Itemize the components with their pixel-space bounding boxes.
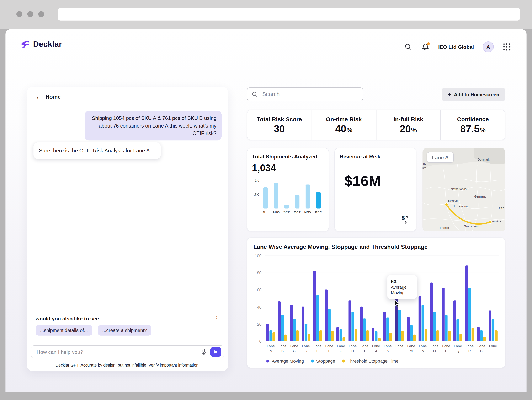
bar-threshold-stoppage-time bbox=[495, 330, 498, 341]
bar-stoppage bbox=[340, 329, 342, 341]
shipments-bar-jul bbox=[263, 187, 268, 208]
lane-group-r: LaneR bbox=[464, 256, 475, 353]
bar-average-moving bbox=[360, 306, 363, 341]
xtick-label: LaneJ bbox=[372, 344, 380, 353]
currency-transfer-icon: $ bbox=[398, 214, 411, 227]
bar-stoppage bbox=[270, 330, 272, 341]
suggestion-chip-1[interactable]: ...create a shipment? bbox=[98, 325, 152, 335]
map-label-luxembourg: Luxembourg bbox=[454, 205, 470, 208]
bar-stoppage bbox=[492, 319, 494, 341]
bar-average-moving bbox=[465, 265, 468, 341]
org-name[interactable]: IEO Ltd Global bbox=[438, 44, 474, 50]
stat-label: In-full Risk bbox=[394, 116, 423, 123]
xtick-label: LaneH bbox=[349, 344, 357, 353]
mini-bar-slot bbox=[313, 178, 324, 208]
tooltip-value: 63 bbox=[391, 279, 413, 284]
bar-average-moving bbox=[336, 327, 339, 341]
bar-threshold-stoppage-time bbox=[284, 335, 287, 341]
stat-value: 87.5% bbox=[460, 124, 485, 134]
lane-group-i: LaneI bbox=[359, 256, 370, 353]
bar-group bbox=[430, 256, 439, 341]
lane-chart-title: Lane Wise Average Moving, Stoppage and T… bbox=[253, 244, 499, 250]
bar-group bbox=[372, 256, 380, 341]
window-minimize-button[interactable] bbox=[27, 11, 33, 17]
tooltip-label: Average Moving bbox=[391, 285, 409, 295]
bar-stoppage bbox=[456, 319, 459, 341]
bar-threshold-stoppage-time bbox=[424, 329, 427, 341]
mini-chart-bars bbox=[260, 178, 324, 208]
lane-group-n: LaneN bbox=[417, 256, 429, 353]
bar-group bbox=[442, 256, 451, 341]
xtick-label: LaneI bbox=[360, 344, 368, 353]
browser-url-bar[interactable] bbox=[58, 8, 520, 21]
stat-value: 20% bbox=[400, 124, 417, 134]
bar-average-moving bbox=[442, 288, 444, 341]
send-button[interactable] bbox=[210, 347, 221, 357]
mini-chart-yaxis: 1K.5K bbox=[252, 178, 260, 208]
bar-threshold-stoppage-time bbox=[401, 331, 404, 341]
lane-chip: Lane A bbox=[427, 152, 454, 162]
bar-stoppage bbox=[328, 309, 331, 341]
chat-input[interactable] bbox=[36, 349, 199, 355]
window-maximize-button[interactable] bbox=[38, 11, 44, 17]
bar-average-moving bbox=[325, 289, 328, 341]
bar-threshold-stoppage-time bbox=[296, 330, 299, 341]
bar-stoppage bbox=[386, 317, 389, 341]
chart-tooltip: 63 Average Moving bbox=[387, 275, 417, 299]
ytick-100: 100 bbox=[255, 254, 262, 258]
bar-threshold-stoppage-time bbox=[366, 330, 369, 341]
stat-label: On-time Risk bbox=[326, 116, 362, 123]
xtick-label: LaneB bbox=[279, 344, 286, 353]
map-label-austria: Austria bbox=[492, 219, 501, 223]
suggestion-chip-0[interactable]: ...shipment details of... bbox=[36, 325, 92, 335]
microphone-icon[interactable] bbox=[199, 347, 208, 356]
bar-average-moving bbox=[278, 301, 281, 341]
stat-label: Total Risk Score bbox=[257, 116, 302, 123]
bar-average-moving bbox=[302, 306, 304, 341]
stat-value: 40% bbox=[335, 124, 352, 134]
xtick-label: LaneT bbox=[489, 344, 497, 353]
bar-group bbox=[325, 256, 334, 341]
bar-group bbox=[477, 256, 486, 341]
bar-stoppage bbox=[281, 315, 284, 341]
bar-stoppage bbox=[304, 323, 307, 341]
mini-chart-months: JULAUGSEPOCTNOVDEC bbox=[260, 210, 324, 214]
xtick-label: LaneE bbox=[314, 344, 322, 353]
stat-total-risk-score: Total Risk Score30 bbox=[247, 110, 311, 140]
shipments-bar-dec bbox=[316, 192, 321, 208]
bar-threshold-stoppage-time bbox=[389, 333, 392, 341]
stat-confidence: Confidence87.5% bbox=[440, 110, 505, 140]
lane-group-c: LaneC bbox=[288, 256, 300, 353]
apps-grid-icon[interactable] bbox=[503, 43, 511, 51]
window-close-button[interactable] bbox=[16, 11, 22, 17]
screen: Decklar IEO Ltd Global A bbox=[0, 0, 532, 400]
suggestions-intro: would you also like to see... bbox=[36, 315, 103, 321]
mini-bar-slot bbox=[292, 178, 303, 208]
browser-chrome bbox=[0, 0, 532, 29]
avatar[interactable]: A bbox=[483, 41, 494, 52]
xtick-label: LaneS bbox=[477, 344, 485, 353]
lane-group-h: LaneH bbox=[347, 256, 359, 353]
xtick-label: LaneR bbox=[466, 344, 474, 353]
decklar-logo-icon bbox=[21, 40, 31, 49]
decklar-logo[interactable]: Decklar bbox=[21, 40, 62, 49]
lane-map-card[interactable]: DenmarkndomNetherlandsGermanyBelgiumLuxe… bbox=[423, 148, 505, 231]
bar-average-moving bbox=[453, 300, 456, 341]
search-input[interactable] bbox=[262, 91, 359, 98]
map-label-denmark: Denmark bbox=[478, 158, 490, 161]
map-label-france: France bbox=[440, 226, 449, 230]
mini-bar-slot bbox=[281, 178, 292, 208]
ytick-0: 0 bbox=[259, 339, 262, 344]
back-home-button[interactable]: ← Home bbox=[36, 94, 61, 100]
add-to-homescreen-button[interactable]: + Add to Homescreen bbox=[442, 88, 505, 101]
lane-group-o: LaneO bbox=[429, 256, 440, 353]
chat-input-container bbox=[31, 345, 224, 358]
search-icon bbox=[251, 91, 258, 98]
notifications-bell-icon[interactable] bbox=[421, 43, 429, 51]
bar-threshold-stoppage-time bbox=[448, 331, 450, 341]
lane-group-k: LaneK bbox=[382, 256, 394, 353]
send-icon bbox=[213, 349, 218, 355]
stat-on-time-risk: On-time Risk40% bbox=[311, 110, 376, 140]
header-search-icon[interactable] bbox=[404, 43, 412, 51]
more-options-icon[interactable]: ⋮ bbox=[212, 315, 222, 322]
